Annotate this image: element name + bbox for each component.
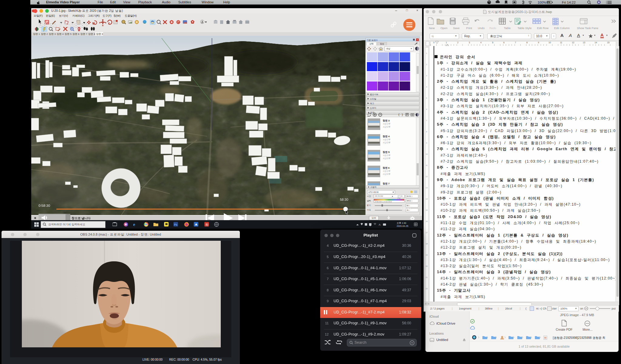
svg-text:Ps: Ps [174,223,177,226]
svg-text:A: A [379,223,381,226]
svg-text:e: e [133,222,135,227]
svg-text:한: 한 [544,336,547,339]
svg-text:Fri 14:22: Fri 14:22 [562,1,576,4]
svg-text:42: 42 [548,2,550,4]
svg-text:한: 한 [205,223,209,226]
svg-text:): ) [402,113,403,116]
svg-text:(: ( [398,113,400,116]
svg-text:100%: 100% [538,1,546,4]
